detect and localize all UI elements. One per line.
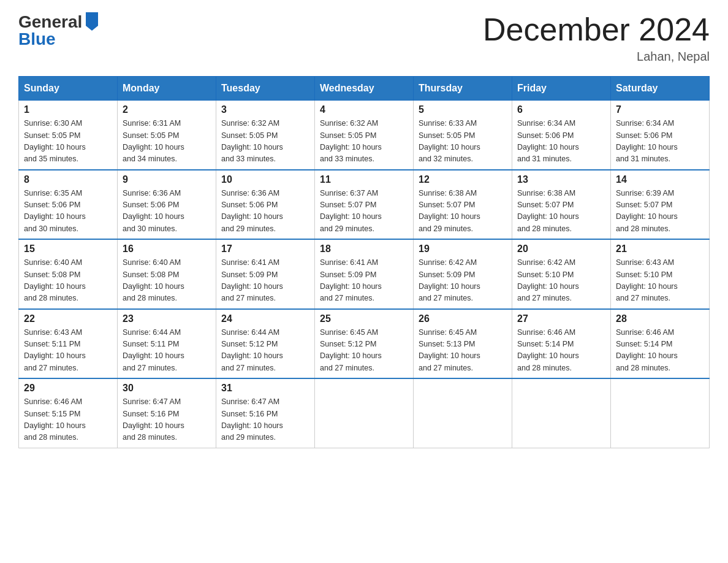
day-info: Sunrise: 6:38 AM Sunset: 5:07 PM Dayligh… xyxy=(419,188,507,236)
calendar-cell: 15 Sunrise: 6:40 AM Sunset: 5:08 PM Dayl… xyxy=(19,239,118,309)
day-info: Sunrise: 6:37 AM Sunset: 5:07 PM Dayligh… xyxy=(320,188,408,236)
day-info: Sunrise: 6:34 AM Sunset: 5:06 PM Dayligh… xyxy=(616,118,704,166)
calendar-cell: 5 Sunrise: 6:33 AM Sunset: 5:05 PM Dayli… xyxy=(414,101,512,170)
calendar-cell: 26 Sunrise: 6:45 AM Sunset: 5:13 PM Dayl… xyxy=(414,309,512,379)
calendar-cell: 2 Sunrise: 6:31 AM Sunset: 5:05 PM Dayli… xyxy=(118,101,216,170)
calendar-cell: 4 Sunrise: 6:32 AM Sunset: 5:05 PM Dayli… xyxy=(315,101,414,170)
day-info: Sunrise: 6:47 AM Sunset: 5:16 PM Dayligh… xyxy=(123,396,211,444)
day-info: Sunrise: 6:38 AM Sunset: 5:07 PM Dayligh… xyxy=(517,188,605,236)
calendar-cell: 28 Sunrise: 6:46 AM Sunset: 5:14 PM Dayl… xyxy=(611,309,710,379)
day-info: Sunrise: 6:34 AM Sunset: 5:06 PM Dayligh… xyxy=(517,118,605,166)
day-info: Sunrise: 6:44 AM Sunset: 5:12 PM Dayligh… xyxy=(221,327,309,375)
day-info: Sunrise: 6:35 AM Sunset: 5:06 PM Dayligh… xyxy=(24,188,112,236)
day-number: 11 xyxy=(320,174,408,185)
calendar-table: Sunday Monday Tuesday Wednesday Thursday… xyxy=(18,76,710,448)
day-number: 3 xyxy=(221,104,309,115)
day-info: Sunrise: 6:42 AM Sunset: 5:09 PM Dayligh… xyxy=(419,257,507,305)
day-info: Sunrise: 6:45 AM Sunset: 5:12 PM Dayligh… xyxy=(320,327,408,375)
day-number: 18 xyxy=(320,243,408,255)
day-number: 10 xyxy=(221,174,309,185)
day-number: 17 xyxy=(221,243,309,255)
calendar-cell: 19 Sunrise: 6:42 AM Sunset: 5:09 PM Dayl… xyxy=(414,239,512,309)
day-info: Sunrise: 6:47 AM Sunset: 5:16 PM Dayligh… xyxy=(221,396,309,444)
day-info: Sunrise: 6:46 AM Sunset: 5:14 PM Dayligh… xyxy=(616,327,704,375)
day-info: Sunrise: 6:36 AM Sunset: 5:06 PM Dayligh… xyxy=(123,188,211,236)
day-number: 28 xyxy=(616,313,704,324)
day-info: Sunrise: 6:43 AM Sunset: 5:11 PM Dayligh… xyxy=(24,327,112,375)
day-number: 21 xyxy=(616,243,704,255)
day-info: Sunrise: 6:30 AM Sunset: 5:05 PM Dayligh… xyxy=(24,118,112,166)
title-section: December 2024 Lahan, Nepal xyxy=(483,12,710,64)
day-number: 29 xyxy=(24,383,112,394)
svg-marker-0 xyxy=(86,12,98,31)
day-number: 27 xyxy=(517,313,605,324)
day-number: 26 xyxy=(419,313,507,324)
day-number: 23 xyxy=(123,313,211,324)
day-info: Sunrise: 6:32 AM Sunset: 5:05 PM Dayligh… xyxy=(221,118,309,166)
page-header: General Blue December 2024 Lahan, Nepal xyxy=(18,12,710,64)
col-wednesday: Wednesday xyxy=(315,77,414,101)
calendar-cell: 12 Sunrise: 6:38 AM Sunset: 5:07 PM Dayl… xyxy=(414,170,512,240)
day-number: 1 xyxy=(24,104,112,115)
day-info: Sunrise: 6:32 AM Sunset: 5:05 PM Dayligh… xyxy=(320,118,408,166)
day-info: Sunrise: 6:31 AM Sunset: 5:05 PM Dayligh… xyxy=(123,118,211,166)
day-info: Sunrise: 6:40 AM Sunset: 5:08 PM Dayligh… xyxy=(24,257,112,305)
calendar-cell xyxy=(414,378,512,448)
day-info: Sunrise: 6:40 AM Sunset: 5:08 PM Dayligh… xyxy=(123,257,211,305)
day-info: Sunrise: 6:33 AM Sunset: 5:05 PM Dayligh… xyxy=(419,118,507,166)
calendar-cell: 27 Sunrise: 6:46 AM Sunset: 5:14 PM Dayl… xyxy=(512,309,611,379)
calendar-cell: 3 Sunrise: 6:32 AM Sunset: 5:05 PM Dayli… xyxy=(216,101,315,170)
logo: General Blue xyxy=(18,12,100,49)
calendar-cell: 8 Sunrise: 6:35 AM Sunset: 5:06 PM Dayli… xyxy=(19,170,118,240)
day-number: 12 xyxy=(419,174,507,185)
day-number: 25 xyxy=(320,313,408,324)
calendar-cell xyxy=(315,378,414,448)
calendar-cell: 9 Sunrise: 6:36 AM Sunset: 5:06 PM Dayli… xyxy=(118,170,216,240)
calendar-cell: 21 Sunrise: 6:43 AM Sunset: 5:10 PM Dayl… xyxy=(611,239,710,309)
day-info: Sunrise: 6:41 AM Sunset: 5:09 PM Dayligh… xyxy=(320,257,408,305)
day-number: 16 xyxy=(123,243,211,255)
page-subtitle: Lahan, Nepal xyxy=(483,50,710,64)
day-number: 7 xyxy=(616,104,704,115)
day-number: 22 xyxy=(24,313,112,324)
page-title: December 2024 xyxy=(483,12,710,47)
day-info: Sunrise: 6:41 AM Sunset: 5:09 PM Dayligh… xyxy=(221,257,309,305)
col-monday: Monday xyxy=(118,77,216,101)
day-info: Sunrise: 6:45 AM Sunset: 5:13 PM Dayligh… xyxy=(419,327,507,375)
calendar-cell: 29 Sunrise: 6:46 AM Sunset: 5:15 PM Dayl… xyxy=(19,378,118,448)
calendar-cell: 10 Sunrise: 6:36 AM Sunset: 5:06 PM Dayl… xyxy=(216,170,315,240)
calendar-week-1: 1 Sunrise: 6:30 AM Sunset: 5:05 PM Dayli… xyxy=(19,101,710,170)
col-thursday: Thursday xyxy=(414,77,512,101)
day-info: Sunrise: 6:42 AM Sunset: 5:10 PM Dayligh… xyxy=(517,257,605,305)
calendar-cell: 11 Sunrise: 6:37 AM Sunset: 5:07 PM Dayl… xyxy=(315,170,414,240)
calendar-week-2: 8 Sunrise: 6:35 AM Sunset: 5:06 PM Dayli… xyxy=(19,170,710,240)
calendar-cell: 23 Sunrise: 6:44 AM Sunset: 5:11 PM Dayl… xyxy=(118,309,216,379)
day-info: Sunrise: 6:46 AM Sunset: 5:14 PM Dayligh… xyxy=(517,327,605,375)
day-number: 31 xyxy=(221,383,309,394)
logo-blue-text: Blue xyxy=(18,29,56,48)
calendar-cell: 20 Sunrise: 6:42 AM Sunset: 5:10 PM Dayl… xyxy=(512,239,611,309)
calendar-cell: 16 Sunrise: 6:40 AM Sunset: 5:08 PM Dayl… xyxy=(118,239,216,309)
day-info: Sunrise: 6:46 AM Sunset: 5:15 PM Dayligh… xyxy=(24,396,112,444)
day-number: 30 xyxy=(123,383,211,394)
day-number: 5 xyxy=(419,104,507,115)
calendar-cell: 17 Sunrise: 6:41 AM Sunset: 5:09 PM Dayl… xyxy=(216,239,315,309)
logo-flag-icon xyxy=(83,12,100,31)
day-info: Sunrise: 6:43 AM Sunset: 5:10 PM Dayligh… xyxy=(616,257,704,305)
calendar-cell: 1 Sunrise: 6:30 AM Sunset: 5:05 PM Dayli… xyxy=(19,101,118,170)
day-info: Sunrise: 6:39 AM Sunset: 5:07 PM Dayligh… xyxy=(616,188,704,236)
day-number: 6 xyxy=(517,104,605,115)
col-friday: Friday xyxy=(512,77,611,101)
calendar-cell: 18 Sunrise: 6:41 AM Sunset: 5:09 PM Dayl… xyxy=(315,239,414,309)
calendar-week-3: 15 Sunrise: 6:40 AM Sunset: 5:08 PM Dayl… xyxy=(19,239,710,309)
calendar-cell: 6 Sunrise: 6:34 AM Sunset: 5:06 PM Dayli… xyxy=(512,101,611,170)
col-sunday: Sunday xyxy=(19,77,118,101)
day-number: 9 xyxy=(123,174,211,185)
calendar-cell: 30 Sunrise: 6:47 AM Sunset: 5:16 PM Dayl… xyxy=(118,378,216,448)
day-number: 13 xyxy=(517,174,605,185)
calendar-cell: 22 Sunrise: 6:43 AM Sunset: 5:11 PM Dayl… xyxy=(19,309,118,379)
col-tuesday: Tuesday xyxy=(216,77,315,101)
calendar-cell: 25 Sunrise: 6:45 AM Sunset: 5:12 PM Dayl… xyxy=(315,309,414,379)
day-number: 14 xyxy=(616,174,704,185)
day-number: 19 xyxy=(419,243,507,255)
